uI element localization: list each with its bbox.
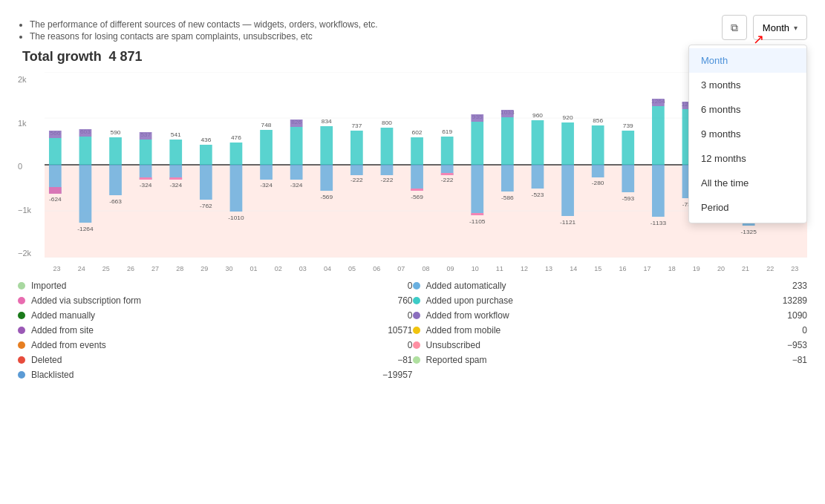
y-label-2k: 2k bbox=[18, 75, 42, 84]
svg-text:-222: -222 bbox=[441, 177, 454, 183]
toolbar: ↗ ⧉ Month ▾ bbox=[722, 15, 807, 40]
legend-label: Added from site bbox=[31, 325, 362, 336]
svg-rect-86 bbox=[652, 106, 665, 165]
svg-text:476: 476 bbox=[231, 135, 241, 141]
svg-text:-593: -593 bbox=[622, 196, 634, 202]
legend-value: 1090 bbox=[763, 310, 807, 321]
legend-value: 13289 bbox=[763, 295, 807, 306]
svg-rect-39 bbox=[290, 165, 303, 180]
dropdown-item-6-months[interactable]: 6 months bbox=[689, 97, 806, 122]
svg-rect-62 bbox=[471, 122, 483, 165]
svg-rect-105 bbox=[79, 129, 92, 137]
x-label: 05 bbox=[340, 265, 365, 272]
svg-rect-14 bbox=[109, 137, 122, 165]
svg-rect-110 bbox=[652, 99, 665, 106]
svg-rect-58 bbox=[441, 137, 454, 165]
total-growth-label: Total growth bbox=[22, 49, 102, 64]
x-label: 12 bbox=[512, 265, 536, 272]
legend-value: −953 bbox=[763, 340, 807, 350]
x-label: 18 bbox=[659, 265, 684, 272]
legend-label: Added upon purchase bbox=[426, 295, 757, 306]
svg-rect-46 bbox=[350, 131, 363, 165]
chevron-down-icon: ▾ bbox=[794, 24, 798, 32]
svg-rect-30 bbox=[230, 143, 243, 165]
svg-rect-34 bbox=[260, 130, 273, 165]
legend-label: Imported bbox=[31, 281, 362, 291]
x-label: 01 bbox=[241, 265, 266, 272]
dropdown-item-period[interactable]: Period bbox=[689, 195, 806, 220]
x-label: 15 bbox=[586, 265, 610, 272]
x-label: 27 bbox=[143, 265, 168, 272]
legend-label: Reported spam bbox=[426, 355, 757, 365]
x-label: 19 bbox=[684, 265, 708, 272]
svg-rect-22 bbox=[169, 140, 182, 165]
dropdown-item-all-the-time[interactable]: All the time bbox=[689, 171, 806, 195]
dropdown-label: Month bbox=[763, 22, 789, 33]
x-label: 10 bbox=[463, 265, 487, 272]
legend-label: Unsubscribed bbox=[426, 340, 757, 350]
svg-rect-108 bbox=[471, 114, 483, 122]
legend-label: Added via subscription form bbox=[31, 295, 362, 306]
legend-dot bbox=[18, 282, 25, 289]
legend-item: Unsubscribed −953 bbox=[413, 338, 808, 353]
dropdown-item-3-months[interactable]: 3 months bbox=[689, 73, 806, 97]
svg-rect-67 bbox=[501, 165, 514, 192]
x-label: 03 bbox=[290, 265, 315, 272]
svg-rect-15 bbox=[109, 165, 122, 195]
legend-item: Added from site 10571 bbox=[18, 323, 413, 338]
x-label: 07 bbox=[389, 265, 414, 272]
legend-dot bbox=[18, 297, 25, 304]
legend-dot bbox=[18, 371, 25, 379]
legend-label: Added from events bbox=[31, 340, 362, 350]
legend-item: Reported spam −81 bbox=[413, 353, 808, 367]
dropdown-item-12-months[interactable]: 12 months bbox=[689, 146, 806, 171]
svg-rect-51 bbox=[381, 165, 394, 175]
svg-rect-31 bbox=[230, 165, 243, 212]
svg-text:-624: -624 bbox=[49, 197, 62, 203]
svg-text:856: 856 bbox=[593, 118, 603, 124]
copy-button[interactable]: ⧉ bbox=[722, 15, 747, 40]
svg-text:737: 737 bbox=[351, 123, 362, 129]
svg-rect-11 bbox=[79, 165, 92, 223]
dropdown-item-month[interactable]: Month bbox=[689, 48, 806, 73]
svg-rect-55 bbox=[411, 165, 423, 191]
svg-text:436: 436 bbox=[200, 137, 211, 143]
svg-rect-112 bbox=[140, 177, 152, 180]
legend-item: Blacklisted −19957 bbox=[18, 367, 413, 382]
legend-dot bbox=[18, 312, 25, 319]
total-growth-value: 4 871 bbox=[109, 49, 143, 64]
svg-rect-38 bbox=[290, 127, 303, 165]
legend-dot bbox=[413, 282, 420, 289]
svg-text:800: 800 bbox=[382, 120, 392, 126]
x-label: 30 bbox=[217, 265, 241, 272]
svg-text:619: 619 bbox=[442, 129, 452, 135]
svg-rect-109 bbox=[501, 110, 514, 117]
x-label: 22 bbox=[758, 265, 783, 272]
legend-item: Imported 0 bbox=[18, 278, 413, 293]
legend-value: 0 bbox=[763, 325, 807, 336]
copy-icon: ⧉ bbox=[731, 22, 738, 34]
legend-label: Added automatically bbox=[426, 281, 757, 291]
svg-rect-7 bbox=[49, 187, 62, 194]
svg-text:748: 748 bbox=[261, 122, 272, 128]
legend-value: 0 bbox=[368, 340, 413, 350]
legend-value: 0 bbox=[368, 310, 413, 321]
y-label-0: 0 bbox=[18, 162, 42, 171]
svg-text:602: 602 bbox=[412, 130, 423, 136]
svg-rect-18 bbox=[140, 140, 152, 165]
legend-item: Added automatically 233 bbox=[413, 278, 808, 293]
dropdown-item-9-months[interactable]: 9 months bbox=[689, 122, 806, 146]
svg-text:-1121: -1121 bbox=[560, 220, 575, 226]
svg-text:-280: -280 bbox=[592, 180, 604, 186]
x-label: 11 bbox=[487, 265, 512, 272]
legend-label: Added manually bbox=[31, 310, 362, 321]
svg-rect-104 bbox=[49, 131, 62, 138]
svg-text:-222: -222 bbox=[350, 177, 363, 183]
svg-text:-1105: -1105 bbox=[469, 219, 485, 225]
x-label: 28 bbox=[168, 265, 192, 272]
y-label-neg1k: −1k bbox=[18, 206, 42, 215]
x-label: 23 bbox=[45, 265, 69, 272]
svg-rect-83 bbox=[622, 165, 634, 192]
svg-text:960: 960 bbox=[532, 113, 543, 119]
legend-item: Added from workflow 1090 bbox=[413, 308, 808, 323]
